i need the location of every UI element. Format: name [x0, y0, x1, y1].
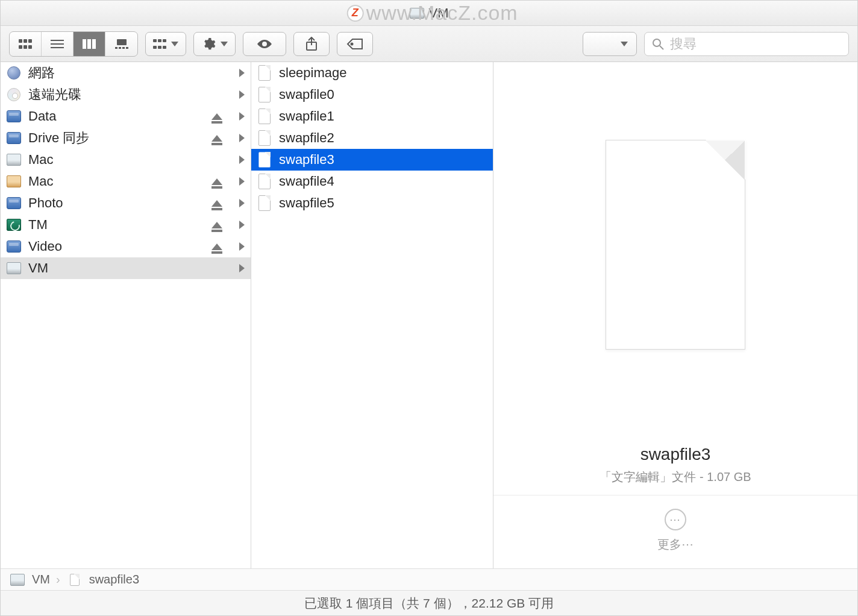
file-row[interactable]: swapfile4: [251, 171, 493, 192]
file-name: swapfile4: [279, 174, 487, 189]
sidebar-item[interactable]: Mac: [1, 149, 251, 171]
svg-rect-2: [28, 39, 32, 43]
column-view-button[interactable]: [74, 32, 105, 56]
path-bar[interactable]: VM›swapfile3: [1, 568, 857, 590]
svg-rect-12: [117, 39, 127, 45]
svg-rect-18: [158, 39, 161, 42]
external-drive-icon: [5, 239, 22, 254]
path-segment[interactable]: swapfile3: [89, 573, 139, 586]
file-row[interactable]: sleepimage: [251, 62, 493, 84]
eject-icon[interactable]: [211, 200, 222, 207]
disclosure-arrow-icon: [239, 199, 245, 207]
svg-rect-19: [163, 39, 166, 42]
disclosure-arrow-icon: [239, 69, 245, 77]
sidebar-item-label: 遠端光碟: [28, 86, 233, 104]
search-field[interactable]: [644, 32, 849, 56]
file-name: swapfile3: [279, 152, 487, 168]
gallery-view-button[interactable]: [105, 32, 137, 56]
svg-point-25: [351, 43, 353, 45]
sidebar-item[interactable]: 遠端光碟: [1, 84, 251, 105]
share-button[interactable]: [293, 32, 330, 56]
preview-subtitle: 「文字編輯」文件 - 1.07 GB: [493, 469, 857, 485]
search-icon: [652, 38, 664, 50]
svg-rect-10: [87, 39, 91, 49]
file-row[interactable]: swapfile5: [251, 192, 493, 214]
list-view-button[interactable]: [42, 32, 74, 56]
internal-drive-icon: [5, 152, 22, 167]
external-drive-icon: [5, 109, 22, 124]
status-text: 已選取 1 個項目（共 7 個），22.12 GB 可用: [304, 595, 554, 612]
more-icon[interactable]: ⋯: [665, 509, 686, 530]
sidebar-item[interactable]: Video: [1, 236, 251, 257]
tags-button[interactable]: [337, 32, 373, 56]
eject-icon[interactable]: [211, 135, 222, 142]
sidebar-item-label: Drive 同步: [28, 129, 205, 147]
file-icon: [66, 573, 83, 587]
sidebar-item[interactable]: 網路: [1, 62, 251, 84]
disclosure-arrow-icon: [239, 90, 245, 99]
sidebar-item[interactable]: Data: [1, 105, 251, 127]
file-row[interactable]: swapfile2: [251, 127, 493, 149]
svg-rect-0: [19, 39, 22, 43]
svg-line-27: [660, 46, 663, 49]
disclosure-arrow-icon: [239, 221, 245, 229]
svg-rect-5: [28, 45, 32, 49]
file-name: swapfile0: [279, 87, 487, 102]
content-area: 網路遠端光碟DataDrive 同步MacMacPhotoTMVideoVM s…: [1, 62, 857, 568]
preview-area: [493, 62, 857, 427]
svg-rect-14: [119, 47, 121, 49]
group-by-button[interactable]: [145, 32, 186, 56]
file-row[interactable]: swapfile0: [251, 84, 493, 105]
sidebar-column[interactable]: 網路遠端光碟DataDrive 同步MacMacPhotoTMVideoVM: [1, 62, 251, 568]
file-row[interactable]: swapfile3: [251, 149, 493, 171]
titlebar[interactable]: VM Z www.MacZ.com: [1, 1, 857, 26]
sidebar-item-label: Mac: [28, 174, 205, 189]
sidebar-item-label: 網路: [28, 64, 233, 82]
sidebar-item[interactable]: TM: [1, 214, 251, 236]
search-input[interactable]: [670, 33, 841, 55]
eject-icon[interactable]: [211, 178, 222, 185]
time-machine-icon: [5, 218, 22, 232]
window-title-text: VM: [429, 5, 449, 21]
svg-rect-13: [115, 47, 117, 49]
svg-rect-15: [122, 47, 125, 49]
file-name: swapfile2: [279, 130, 487, 146]
chevron-down-icon: [621, 42, 628, 46]
eject-icon[interactable]: [211, 244, 222, 250]
svg-rect-17: [153, 39, 157, 42]
svg-point-26: [653, 39, 660, 46]
preview-column: swapfile3 「文字編輯」文件 - 1.07 GB ⋯ 更多⋯: [493, 62, 857, 568]
eject-icon[interactable]: [211, 113, 222, 120]
icon-view-button[interactable]: [10, 32, 42, 56]
files-column[interactable]: sleepimageswapfile0swapfile1swapfile2swa…: [251, 62, 493, 568]
path-separator: ›: [56, 573, 60, 586]
dropdown-button[interactable]: [583, 32, 637, 56]
sidebar-item-label: Photo: [28, 195, 205, 211]
drive-icon: [5, 174, 22, 189]
sidebar-item[interactable]: VM: [1, 257, 251, 279]
disc-icon: [5, 87, 22, 102]
file-row[interactable]: swapfile1: [251, 105, 493, 127]
disclosure-arrow-icon: [239, 134, 245, 142]
disclosure-arrow-icon: [239, 242, 245, 251]
preview-meta: swapfile3 「文字編輯」文件 - 1.07 GB: [493, 427, 857, 495]
more-label: 更多⋯: [657, 536, 694, 553]
eject-icon[interactable]: [211, 222, 222, 228]
sidebar-item-label: Video: [28, 239, 205, 254]
more-section[interactable]: ⋯ 更多⋯: [493, 495, 857, 568]
external-drive-icon: [5, 131, 22, 145]
internal-drive-icon: [5, 261, 22, 275]
file-name: swapfile1: [279, 108, 487, 124]
quick-look-button[interactable]: [243, 32, 286, 56]
document-icon: [606, 140, 745, 350]
chevron-down-icon: [221, 42, 228, 46]
view-mode-segment: [9, 31, 138, 57]
sidebar-item[interactable]: Photo: [1, 192, 251, 214]
path-segment[interactable]: VM: [32, 573, 50, 586]
sidebar-item[interactable]: Mac: [1, 171, 251, 192]
sidebar-item[interactable]: Drive 同步: [1, 127, 251, 149]
action-menu-button[interactable]: [193, 32, 236, 56]
file-name: swapfile5: [279, 195, 487, 211]
status-bar: 已選取 1 個項目（共 7 個），22.12 GB 可用: [1, 590, 857, 615]
file-icon: [256, 87, 273, 102]
